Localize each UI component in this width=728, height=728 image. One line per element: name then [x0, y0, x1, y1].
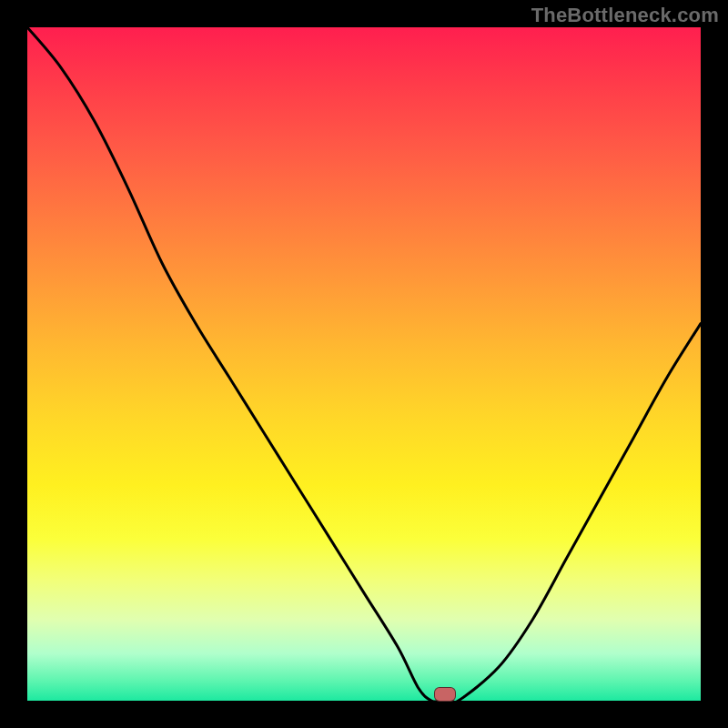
- optimal-point-marker: [434, 687, 456, 702]
- watermark-text: TheBottleneck.com: [531, 4, 719, 27]
- bottleneck-curve: [27, 27, 701, 701]
- bottleneck-chart: TheBottleneck.com: [0, 0, 728, 728]
